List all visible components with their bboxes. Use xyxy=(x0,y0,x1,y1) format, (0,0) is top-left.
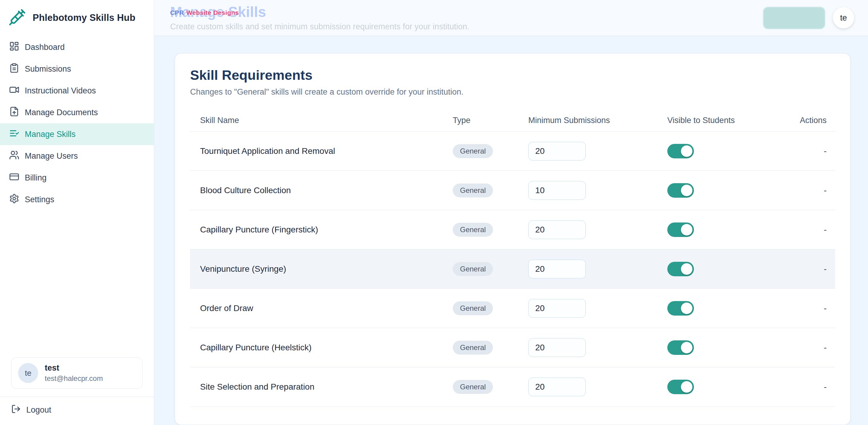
sidebar-item-label: Dashboard xyxy=(25,42,65,52)
logout-label: Logout xyxy=(26,405,51,415)
type-badge: General xyxy=(453,262,493,276)
column-type: Type xyxy=(453,116,528,125)
table-row: Blood Culture Collection General - xyxy=(190,171,835,210)
toggle-knob xyxy=(681,145,692,157)
sidebar-item-manage-documents[interactable]: Manage Documents xyxy=(0,101,154,123)
column-minimum-submissions: Minimum Submissions xyxy=(528,116,667,125)
min-submissions-input[interactable] xyxy=(528,220,586,239)
min-submissions-input[interactable] xyxy=(528,260,586,278)
watermark-part1: CPR xyxy=(170,9,184,16)
column-visible-to-students: Visible to Students xyxy=(667,116,799,125)
sidebar-item-dashboard[interactable]: Dashboard xyxy=(0,36,154,58)
clipboard-icon xyxy=(9,63,19,75)
min-submissions-input[interactable] xyxy=(528,338,586,357)
toggle-knob xyxy=(681,303,692,314)
sidebar-item-label: Manage Skills xyxy=(25,130,75,139)
user-email: test@halecpr.com xyxy=(45,374,103,383)
type-badge: General xyxy=(453,144,493,158)
sidebar-item-label: Settings xyxy=(25,195,54,204)
visible-toggle[interactable] xyxy=(667,301,694,315)
min-submissions-input[interactable] xyxy=(528,142,586,160)
topbar-right: te xyxy=(763,7,854,29)
sidebar-item-label: Manage Documents xyxy=(25,108,98,117)
min-submissions-input[interactable] xyxy=(528,377,586,396)
actions-cell: - xyxy=(799,303,835,313)
sidebar-item-settings[interactable]: Settings xyxy=(0,189,154,210)
sidebar-nav: Dashboard Submissions In xyxy=(0,36,154,210)
app-title: Phlebotomy Skills Hub xyxy=(33,12,135,23)
sidebar-item-manage-skills[interactable]: Manage Skills xyxy=(0,123,154,145)
app-logo: Phlebotomy Skills Hub xyxy=(0,0,154,34)
table-row: Capillary Puncture (Fingerstick) General… xyxy=(190,210,835,249)
min-submissions-input[interactable] xyxy=(528,181,586,200)
logout-button[interactable]: Logout xyxy=(0,397,154,425)
toggle-knob xyxy=(681,224,692,236)
visible-toggle[interactable] xyxy=(667,380,694,394)
sidebar-item-instructional-videos[interactable]: Instructional Videos xyxy=(0,80,154,101)
sidebar-item-billing[interactable]: Billing xyxy=(0,167,154,189)
skill-name: Order of Draw xyxy=(190,303,453,313)
sidebar-item-label: Instructional Videos xyxy=(25,86,96,95)
toggle-knob xyxy=(681,263,692,275)
type-badge: General xyxy=(453,341,493,355)
page-subtitle: Create custom skills and set minimum sub… xyxy=(170,22,469,31)
skill-name: Capillary Puncture (Fingerstick) xyxy=(190,225,453,235)
skill-name: Blood Culture Collection xyxy=(190,186,453,195)
watermark-part2: Website Designs xyxy=(186,9,239,16)
users-icon xyxy=(9,150,19,162)
sidebar-item-label: Submissions xyxy=(25,64,71,74)
sidebar-item-submissions[interactable]: Submissions xyxy=(0,58,154,80)
type-badge: General xyxy=(453,301,493,315)
table-row: Venipuncture (Syringe) General - xyxy=(190,249,835,289)
user-card: te test test@halecpr.com xyxy=(11,357,143,389)
sidebar-bottom: te test test@halecpr.com Logout xyxy=(0,357,154,425)
card-title: Skill Requirements xyxy=(190,67,835,83)
table-row: Order of Draw General - xyxy=(190,289,835,328)
type-badge: General xyxy=(453,380,493,394)
visible-toggle[interactable] xyxy=(667,222,694,237)
actions-cell: - xyxy=(799,225,835,235)
skills-table: Skill Name Type Minimum Submissions Visi… xyxy=(190,110,835,406)
sidebar-item-label: Manage Users xyxy=(25,151,78,161)
skill-name: Venipuncture (Syringe) xyxy=(190,264,453,274)
faded-action-button[interactable] xyxy=(763,7,825,29)
toggle-knob xyxy=(681,185,692,196)
toggle-knob xyxy=(681,381,692,393)
table-row: Capillary Puncture (Heelstick) General - xyxy=(190,328,835,367)
main-area: Manage Skills Create custom skills and s… xyxy=(154,0,868,425)
card-subtitle: Changes to "General" skills will create … xyxy=(190,87,835,97)
sidebar-item-manage-users[interactable]: Manage Users xyxy=(0,145,154,167)
list-checks-icon xyxy=(9,128,19,141)
table-header-row: Skill Name Type Minimum Submissions Visi… xyxy=(190,110,835,131)
type-badge: General xyxy=(453,183,493,198)
topbar: Manage Skills Create custom skills and s… xyxy=(154,0,868,36)
logout-icon xyxy=(11,404,21,416)
page: Phlebotomy Skills Hub Dashboard xyxy=(0,0,868,425)
actions-cell: - xyxy=(799,146,835,156)
user-name: test xyxy=(45,363,103,373)
actions-cell: - xyxy=(799,186,835,195)
actions-cell: - xyxy=(799,382,835,392)
cpr-website-designs-watermark: CPRWebsite Designs xyxy=(170,9,239,16)
video-icon xyxy=(9,85,19,97)
sidebar: Phlebotomy Skills Hub Dashboard xyxy=(0,0,154,425)
gear-icon xyxy=(9,193,19,206)
min-submissions-input[interactable] xyxy=(528,299,586,318)
skill-name: Site Selection and Preparation xyxy=(190,382,453,392)
visible-toggle[interactable] xyxy=(667,340,694,355)
toggle-knob xyxy=(681,342,692,353)
type-badge: General xyxy=(453,223,493,237)
dashboard-icon xyxy=(9,41,19,54)
skill-name: Tourniquet Application and Removal xyxy=(190,146,453,156)
column-actions: Actions xyxy=(799,116,835,125)
sidebar-item-label: Billing xyxy=(25,173,46,183)
document-upload-icon xyxy=(9,107,19,119)
avatar: te xyxy=(18,363,38,383)
table-row: Site Selection and Preparation General - xyxy=(190,367,835,406)
topbar-avatar[interactable]: te xyxy=(833,7,854,28)
visible-toggle[interactable] xyxy=(667,183,694,198)
visible-toggle[interactable] xyxy=(667,144,694,158)
column-skill-name: Skill Name xyxy=(190,116,453,125)
credit-card-icon xyxy=(9,172,19,184)
visible-toggle[interactable] xyxy=(667,262,694,276)
